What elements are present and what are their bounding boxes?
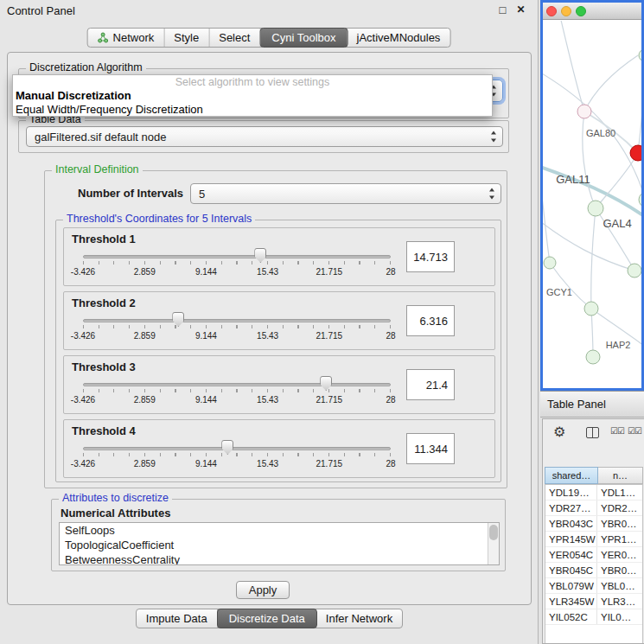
tab-network[interactable]: Network bbox=[88, 29, 165, 47]
network-node[interactable] bbox=[584, 302, 598, 316]
tick-label: 21.715 bbox=[316, 459, 343, 469]
list-scrollbar[interactable] bbox=[488, 523, 499, 564]
cell-shared-name[interactable]: YER054C bbox=[545, 547, 597, 562]
cell-name[interactable]: YDR2… bbox=[597, 501, 642, 515]
tick-label: 2.859 bbox=[134, 331, 156, 341]
threshold-4-label: Threshold 4 bbox=[72, 424, 136, 437]
cell-name[interactable]: YER0… bbox=[597, 547, 642, 562]
network-view-window: GAL80 GAL11 GAL4 GCY1 HAP2 bbox=[540, 0, 644, 391]
cell-shared-name[interactable]: YBR043C bbox=[545, 516, 597, 531]
table-data-select[interactable]: galFiltered.sif default node bbox=[26, 126, 503, 147]
close-traffic-light-icon[interactable] bbox=[546, 6, 557, 16]
tab-impute-data-label: Impute Data bbox=[146, 612, 207, 625]
table-row[interactable]: YDR27…YDR2… bbox=[545, 501, 642, 516]
minimize-traffic-light-icon[interactable] bbox=[561, 6, 571, 16]
list-item[interactable]: TopologicalCoefficient bbox=[60, 538, 499, 552]
cell-shared-name[interactable]: YLR345W bbox=[545, 594, 597, 609]
window-title: Control Panel bbox=[7, 4, 75, 17]
dropdown-option-manual-discretization[interactable]: Manual Discretization bbox=[13, 89, 492, 103]
bottom-tab-segment: Impute Data Discretize Data Infer Networ… bbox=[136, 609, 403, 628]
apply-button[interactable]: Apply bbox=[236, 581, 290, 599]
node-label-gal80: GAL80 bbox=[586, 128, 615, 138]
cell-name[interactable]: YDL1… bbox=[597, 485, 642, 500]
cell-name[interactable]: YBR0… bbox=[597, 563, 642, 577]
threshold-2-slider[interactable]: -3.426 2.859 9.144 15.43 21.715 28 bbox=[83, 311, 391, 346]
tick-label: -3.426 bbox=[71, 459, 95, 469]
discretization-algorithm-group-title: Discretization Algorithm bbox=[26, 61, 146, 73]
list-item[interactable]: BetweennessCentrality bbox=[60, 552, 499, 565]
dropdown-option-equal-width-frequency[interactable]: Equal Width/Frequency Discretization bbox=[13, 103, 492, 117]
threshold-1-value-field[interactable]: 14.713 bbox=[406, 241, 455, 272]
number-of-intervals-select[interactable]: 5 bbox=[190, 183, 501, 204]
cell-name[interactable]: YBL0… bbox=[597, 578, 642, 593]
tab-cyni-toolbox[interactable]: Cyni Toolbox bbox=[259, 28, 348, 48]
table-row[interactable]: YIL052CYIL0… bbox=[545, 609, 642, 625]
network-canvas[interactable]: GAL80 GAL11 GAL4 GCY1 HAP2 bbox=[543, 21, 641, 388]
network-node[interactable] bbox=[639, 192, 641, 207]
table-row[interactable]: YDL19…YDL1… bbox=[545, 485, 642, 501]
tick-label: 15.43 bbox=[257, 395, 278, 405]
interval-definition-group-title: Interval Definition bbox=[52, 163, 143, 175]
table-row[interactable]: YBL079WYBL0… bbox=[545, 578, 642, 594]
cell-name[interactable]: YIL0… bbox=[597, 609, 642, 624]
tab-jactivemnodules[interactable]: jActiveMNodules bbox=[348, 29, 450, 47]
tab-discretize-data[interactable]: Discretize Data bbox=[217, 609, 317, 628]
table-row[interactable]: YER054CYER0… bbox=[545, 547, 642, 563]
network-node[interactable] bbox=[577, 105, 591, 118]
threshold-1-slider[interactable]: -3.426 2.859 9.144 15.43 21.715 28 bbox=[83, 247, 391, 282]
slider-track[interactable] bbox=[83, 319, 391, 322]
numerical-attributes-list[interactable]: SelfLoops TopologicalCoefficient Between… bbox=[59, 522, 500, 565]
float-window-icon[interactable]: □ bbox=[495, 3, 510, 17]
zoom-traffic-light-icon[interactable] bbox=[576, 6, 586, 16]
table-row[interactable]: YBR043CYBR0… bbox=[545, 516, 642, 532]
slider-tick-labels: -3.426 2.859 9.144 15.43 21.715 28 bbox=[83, 331, 391, 341]
node-label-gcy1: GCY1 bbox=[546, 287, 572, 297]
columns-icon[interactable] bbox=[586, 427, 599, 438]
network-node[interactable] bbox=[588, 201, 603, 216]
network-node[interactable] bbox=[628, 264, 641, 277]
cell-shared-name[interactable]: YBR045C bbox=[545, 563, 597, 577]
threshold-3-slider[interactable]: -3.426 2.859 9.144 15.43 21.715 28 bbox=[83, 375, 391, 410]
gear-icon[interactable]: ⚙ bbox=[553, 424, 565, 440]
threshold-panel-1: Threshold 1 -3.426 2.859 9.144 15.43 21.… bbox=[63, 227, 495, 286]
table-row[interactable]: YLR345WYLR3… bbox=[545, 594, 642, 609]
threshold-3-value-field[interactable]: 21.4 bbox=[406, 369, 455, 400]
column-header-shared-name[interactable]: shared… bbox=[545, 467, 598, 484]
threshold-4-value-field[interactable]: 11.344 bbox=[406, 433, 455, 464]
cell-name[interactable]: YLR3… bbox=[597, 594, 642, 609]
panel-tab-bar: Network Style Select Cyni Toolbox jActiv… bbox=[87, 28, 451, 48]
tick-label: 28 bbox=[386, 459, 395, 469]
cell-shared-name[interactable]: YDL19… bbox=[545, 485, 597, 500]
table-row[interactable]: YBR045CYBR0… bbox=[545, 563, 642, 578]
tick-label: 28 bbox=[386, 267, 395, 277]
close-window-icon[interactable]: ✕ bbox=[513, 3, 528, 17]
cell-name[interactable]: YPR1… bbox=[597, 532, 642, 546]
cell-shared-name[interactable]: YIL052C bbox=[545, 609, 597, 624]
tab-infer-network[interactable]: Infer Network bbox=[316, 609, 402, 628]
network-node[interactable] bbox=[544, 257, 556, 269]
threshold-2-value-field[interactable]: 6.316 bbox=[406, 305, 455, 336]
table-row[interactable]: YPR145WYPR1… bbox=[545, 532, 642, 547]
column-header-name[interactable]: n… bbox=[598, 467, 643, 484]
tab-select[interactable]: Select bbox=[209, 29, 260, 47]
cell-shared-name[interactable]: YDR27… bbox=[545, 501, 597, 515]
network-window-titlebar[interactable] bbox=[543, 3, 641, 20]
tick-label: 9.144 bbox=[195, 459, 217, 469]
cell-shared-name[interactable]: YPR145W bbox=[545, 532, 597, 546]
select-columns-icon[interactable]: ☑☑ bbox=[610, 426, 624, 436]
tab-impute-data[interactable]: Impute Data bbox=[137, 609, 218, 628]
table-data-group: Table Data galFiltered.sif default node bbox=[18, 120, 509, 153]
slider-track[interactable] bbox=[83, 447, 391, 450]
list-item[interactable]: SelfLoops bbox=[60, 523, 499, 538]
slider-track[interactable] bbox=[83, 383, 391, 386]
network-node[interactable] bbox=[586, 350, 600, 364]
slider-track[interactable] bbox=[83, 255, 391, 258]
network-node[interactable] bbox=[639, 49, 641, 61]
threshold-4-slider[interactable]: -3.426 2.859 9.144 15.43 21.715 28 bbox=[83, 439, 391, 474]
cell-shared-name[interactable]: YBL079W bbox=[545, 578, 597, 593]
deselect-columns-icon[interactable]: ☑☑ bbox=[628, 426, 641, 436]
tab-style[interactable]: Style bbox=[164, 29, 209, 47]
network-node-selected[interactable] bbox=[630, 145, 641, 161]
cell-name[interactable]: YBR0… bbox=[597, 516, 642, 531]
scrollbar-thumb[interactable] bbox=[489, 525, 498, 540]
